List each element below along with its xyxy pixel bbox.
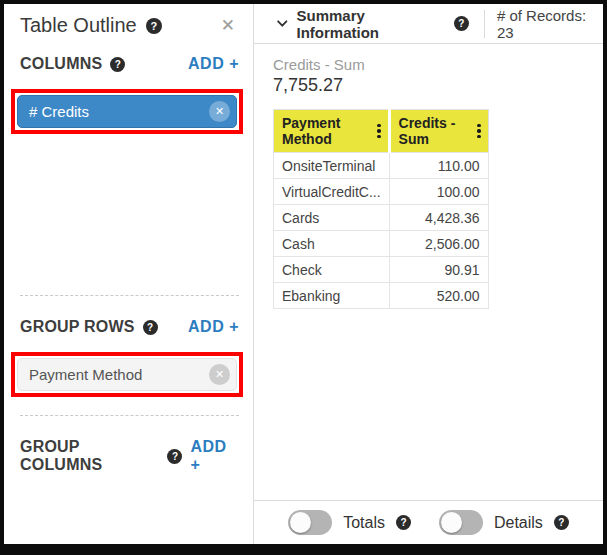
columns-pill-label: # Credits [29, 103, 89, 120]
table-row: Cash 2,506.00 [274, 231, 489, 257]
cell-sum: 90.91 [389, 257, 488, 283]
details-label: Details [494, 514, 543, 532]
panel-title-row: Table Outline ? ✕ [20, 14, 239, 37]
add-column-button[interactable]: ADD + [188, 55, 239, 73]
column-menu-icon[interactable] [475, 122, 483, 141]
help-icon[interactable]: ? [110, 57, 125, 72]
help-icon[interactable]: ? [396, 515, 411, 530]
add-group-row-button[interactable]: ADD + [188, 318, 239, 336]
help-icon[interactable]: ? [554, 515, 569, 530]
toggle-knob [441, 512, 462, 533]
column-header-credits-sum[interactable]: Credits - Sum [389, 110, 488, 153]
summary-collapse-control[interactable]: Summary Information ? [254, 7, 484, 41]
cell-method: Ebanking [274, 283, 390, 309]
table-row: VirtualCreditC... 100.00 [274, 179, 489, 205]
remove-payment-method-icon[interactable]: ✕ [209, 364, 230, 385]
records-count: # of Records: 23 [485, 7, 603, 41]
column-menu-icon[interactable] [375, 122, 383, 141]
group-rows-pill-highlight: Payment Method ✕ [11, 352, 243, 397]
panel-title: Table Outline [20, 14, 137, 37]
details-toggle[interactable] [439, 510, 483, 535]
totals-label: Totals [343, 514, 385, 532]
add-group-column-button[interactable]: ADD + [190, 438, 239, 474]
table-outline-panel: Table Outline ? ✕ COLUMNS ? ADD + # Cred… [4, 4, 254, 544]
summary-footer-bar: Totals ? Details ? [254, 500, 603, 544]
summary-table: Payment Method Credits - Sum [273, 109, 489, 309]
column-header-label: Payment Method [282, 115, 371, 147]
cell-method: Cards [274, 205, 390, 231]
column-header-label: Credits - Sum [399, 115, 472, 147]
cell-sum: 4,428.36 [389, 205, 488, 231]
close-icon[interactable]: ✕ [217, 15, 239, 36]
section-divider [20, 415, 239, 416]
summary-metric-value: 7,755.27 [273, 75, 603, 96]
help-icon[interactable]: ? [167, 449, 182, 464]
group-columns-section-label: GROUP COLUMNS [20, 438, 159, 474]
columns-section-label: COLUMNS [20, 55, 102, 73]
columns-pill-credits[interactable]: # Credits ✕ [17, 95, 237, 128]
table-row: OnsiteTerminal 110.00 [274, 153, 489, 179]
group-rows-section-header: GROUP ROWS ? ADD + [20, 318, 239, 336]
columns-section-header: COLUMNS ? ADD + [20, 55, 239, 73]
section-divider [20, 295, 239, 296]
toggle-knob [290, 512, 311, 533]
app-window: Table Outline ? ✕ COLUMNS ? ADD + # Cred… [0, 0, 607, 555]
cell-sum: 100.00 [389, 179, 488, 205]
cell-sum: 110.00 [389, 153, 488, 179]
help-icon[interactable]: ? [143, 320, 158, 335]
column-header-payment-method[interactable]: Payment Method [274, 110, 390, 153]
table-row: Check 90.91 [274, 257, 489, 283]
totals-toggle[interactable] [288, 510, 332, 535]
summary-metric-label: Credits - Sum [273, 56, 603, 73]
cell-method: Check [274, 257, 390, 283]
details-toggle-group: Details ? [439, 510, 569, 535]
table-row: Cards 4,428.36 [274, 205, 489, 231]
summary-information-panel: Summary Information ? # of Records: 23 C… [254, 4, 603, 544]
table-header-row: Payment Method Credits - Sum [274, 110, 489, 153]
cell-sum: 520.00 [389, 283, 488, 309]
columns-pill-highlight: # Credits ✕ [11, 89, 243, 134]
totals-toggle-group: Totals ? [288, 510, 411, 535]
cell-method: VirtualCreditC... [274, 179, 390, 205]
remove-credits-icon[interactable]: ✕ [209, 101, 230, 122]
group-rows-pill-payment-method[interactable]: Payment Method ✕ [17, 358, 237, 391]
summary-title: Summary Information [297, 7, 445, 41]
group-rows-pill-label: Payment Method [29, 366, 142, 383]
group-rows-section-label: GROUP ROWS [20, 318, 135, 336]
summary-body: Credits - Sum 7,755.27 Payment Method [254, 44, 603, 500]
spacer [20, 134, 239, 277]
summary-header-bar: Summary Information ? # of Records: 23 [254, 4, 603, 44]
cell-method: OnsiteTerminal [274, 153, 390, 179]
help-icon[interactable]: ? [454, 16, 469, 31]
cell-sum: 2,506.00 [389, 231, 488, 257]
group-columns-section-header: GROUP COLUMNS ? ADD + [20, 438, 239, 474]
help-icon[interactable]: ? [146, 18, 162, 34]
table-row: Ebanking 520.00 [274, 283, 489, 309]
cell-method: Cash [274, 231, 390, 257]
chevron-down-icon [277, 20, 288, 28]
